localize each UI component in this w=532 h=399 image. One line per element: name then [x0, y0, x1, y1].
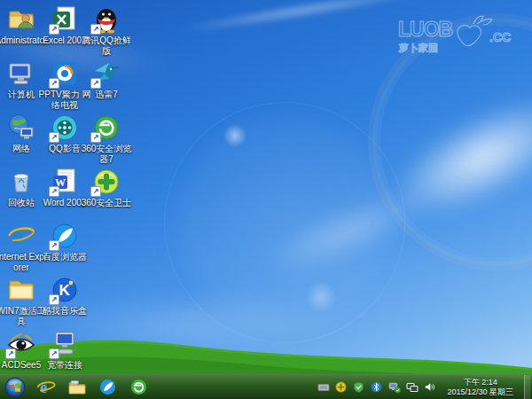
desktop-icon-word-2003[interactable]: W ↗ Word 2003 — [43, 168, 86, 219]
shortcut-arrow-icon: ↗ — [49, 132, 59, 143]
desktop-icon-baidu-browser[interactable]: ↗ 百度浏览器 — [43, 222, 86, 273]
network-globe-icon — [7, 113, 35, 142]
excel-icon: ↗ — [51, 5, 79, 34]
taskbar: e — [0, 374, 532, 399]
desktop-icon-win7-activator[interactable]: WIN7激活工具 — [0, 276, 43, 327]
thunder-bird-icon: ↗ — [92, 59, 121, 88]
taskbar-internet-explorer-button[interactable]: e — [30, 376, 61, 399]
svg-text:LUOB: LUOB — [398, 18, 453, 41]
network-status-icon[interactable] — [387, 380, 401, 394]
qq-penguin-icon: ↗ — [92, 5, 121, 34]
desktop-icon-internet-explorer[interactable]: e Internet Explorer — [0, 222, 43, 273]
user-folder-icon — [7, 5, 35, 34]
shortcut-arrow-icon: ↗ — [49, 240, 59, 251]
qq-player-icon: ↗ — [51, 113, 79, 142]
shortcut-arrow-icon: ↗ — [49, 186, 59, 197]
desktop-icon-recycle-bin[interactable]: 回收站 — [0, 168, 43, 219]
360-antivirus-icon[interactable] — [334, 380, 348, 394]
desktop-icon-computer[interactable]: 计算机 — [0, 59, 43, 111]
taskbar-baidu-browser-button[interactable] — [92, 376, 123, 399]
internet-explorer-icon: e — [36, 378, 56, 397]
lens-flare — [306, 282, 336, 312]
desktop-icon-label: 360安全浏览器7 — [80, 144, 133, 165]
desktop-icon-network[interactable]: 网络 — [0, 113, 43, 165]
start-button[interactable] — [0, 375, 30, 399]
shortcut-arrow-icon: ↗ — [49, 294, 59, 305]
shortcut-arrow-icon: ↗ — [90, 78, 101, 89]
broadband-icon: ↗ — [51, 330, 79, 358]
kuwo-music-icon: K ↗ — [51, 276, 79, 304]
desktop-icon-kuwo-music[interactable]: K ↗ 酷我音乐盒 — [43, 276, 86, 327]
pptv-icon: ↗ — [51, 59, 79, 88]
svg-text:K: K — [59, 282, 71, 299]
svg-text:.CC: .CC — [489, 30, 511, 44]
desktop-icon-label: 360安全卫士 — [80, 198, 133, 208]
baidu-browser-icon — [98, 378, 117, 396]
desktop-icon-administrator[interactable]: Administrator — [0, 5, 43, 57]
acdsee-eye-icon: ↗ — [7, 330, 35, 358]
desktop-icon-label: 迅雷7 — [80, 90, 133, 100]
desktop-icon-thunder7[interactable]: ↗ 迅雷7 — [85, 59, 128, 111]
clock-date: 2015/12/30 星期三 — [447, 387, 513, 397]
svg-text:e: e — [12, 223, 23, 249]
shortcut-arrow-icon: ↗ — [90, 186, 101, 197]
shortcut-arrow-icon: ↗ — [49, 78, 59, 89]
360-browser-icon: ↗ — [92, 113, 121, 142]
baidu-browser-icon: ↗ — [51, 222, 79, 250]
folder-icon — [7, 276, 35, 304]
ie-icon: e — [7, 222, 35, 250]
360-browser-icon — [129, 378, 148, 396]
bluetooth-icon[interactable] — [370, 380, 383, 394]
word-icon: W ↗ — [51, 168, 79, 196]
volume-icon[interactable] — [423, 380, 436, 394]
display-icon[interactable] — [405, 380, 419, 394]
taskbar-360-browser-button[interactable] — [123, 376, 154, 399]
shortcut-arrow-icon: ↗ — [49, 348, 59, 359]
desktop-icon-label: 宽带连接 — [38, 360, 91, 371]
shortcut-arrow-icon: ↗ — [49, 24, 59, 35]
shortcut-arrow-icon: ↗ — [5, 348, 16, 359]
desktop-icon-360-safe[interactable]: ↗ 360安全卫士 — [85, 168, 128, 219]
shortcut-arrow-icon: ↗ — [90, 24, 101, 35]
desktop-icon-qq[interactable]: ↗ 腾讯QQ抢鲜版 — [85, 5, 128, 57]
shortcut-arrow-icon: ↗ — [90, 132, 101, 143]
360-safe-icon: ↗ — [92, 168, 121, 196]
desktop-icon-360-browser[interactable]: ↗ 360安全浏览器7 — [85, 113, 128, 165]
input-method-icon[interactable] — [317, 380, 330, 394]
cloud-streak — [177, 0, 425, 37]
recycle-bin-icon — [7, 168, 35, 196]
taskbar-windows-explorer-button[interactable] — [61, 376, 92, 399]
lens-flare — [223, 124, 246, 147]
desktop-icon-label: 百度浏览器 — [38, 252, 91, 262]
windows-explorer-folder-icon — [67, 378, 87, 397]
wallpaper: LUOB .CC 萝卜家园 Administrator 计算机 — [0, 0, 532, 399]
desktop-icon-label: 酷我音乐盒 — [38, 306, 91, 317]
svg-text:e: e — [40, 379, 47, 396]
show-desktop-button[interactable] — [524, 375, 530, 399]
start-orb-icon — [4, 377, 26, 398]
desktop-icon-pptv[interactable]: ↗ PPTV聚力 网络电视 — [43, 59, 86, 111]
desktop-icon-label: 腾讯QQ抢鲜版 — [80, 35, 133, 57]
tray-clock[interactable]: 下午 2:14 2015/12/30 星期三 — [441, 378, 520, 397]
system-tray: 下午 2:14 2015/12/30 星期三 — [317, 375, 532, 399]
computer-icon — [7, 59, 35, 88]
lens-flare — [164, 102, 405, 343]
svg-text:萝卜家园: 萝卜家园 — [398, 43, 438, 53]
luobo-watermark-logo: LUOB .CC 萝卜家园 — [397, 12, 523, 57]
clock-time: 下午 2:14 — [447, 378, 513, 387]
security-shield-icon[interactable] — [352, 380, 365, 394]
